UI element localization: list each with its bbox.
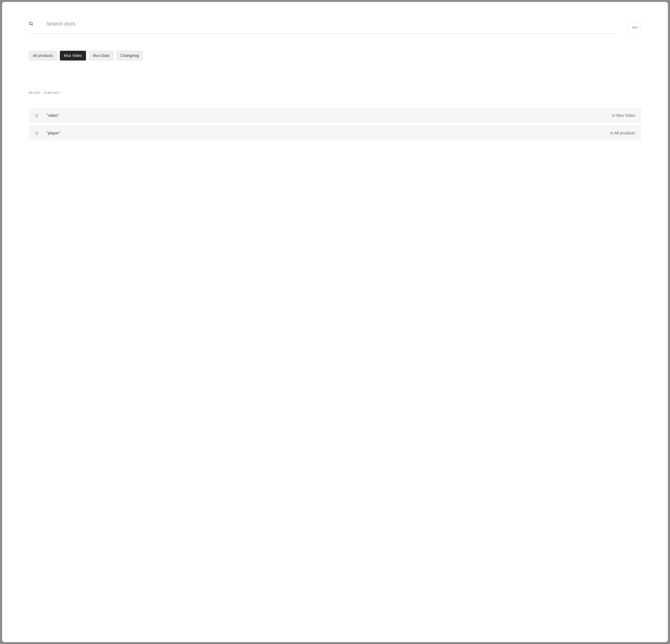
escape-button[interactable]: esc xyxy=(629,22,641,32)
clock-icon xyxy=(35,114,39,118)
search-input[interactable] xyxy=(46,21,617,27)
filter-mux-video[interactable]: Mux Video xyxy=(60,51,86,60)
recent-search-item[interactable]: "player" in All products xyxy=(29,126,641,141)
filter-row: All products Mux Video Mux Data Changelo… xyxy=(29,51,641,60)
recent-searches-list: "video" in Mux Video "player" in All pro… xyxy=(29,108,641,141)
clock-icon xyxy=(35,131,39,135)
filter-mux-data[interactable]: Mux Data xyxy=(89,51,113,60)
search-icon xyxy=(29,22,33,26)
recent-search-scope: in Mux Video xyxy=(612,113,635,118)
search-modal: esc All products Mux Video Mux Data Chan… xyxy=(2,2,668,642)
recent-searches-heading: Recent Searches xyxy=(29,91,641,95)
search-row: esc xyxy=(29,21,641,34)
recent-search-query: "video" xyxy=(46,113,604,118)
filter-all-products[interactable]: All products xyxy=(29,51,57,60)
filter-changelog[interactable]: Changelog xyxy=(116,51,143,60)
recent-search-scope: in All products xyxy=(610,131,635,136)
recent-search-item[interactable]: "video" in Mux Video xyxy=(29,108,641,123)
svg-line-1 xyxy=(32,24,32,25)
search-area xyxy=(29,21,617,34)
recent-search-query: "player" xyxy=(46,131,602,136)
